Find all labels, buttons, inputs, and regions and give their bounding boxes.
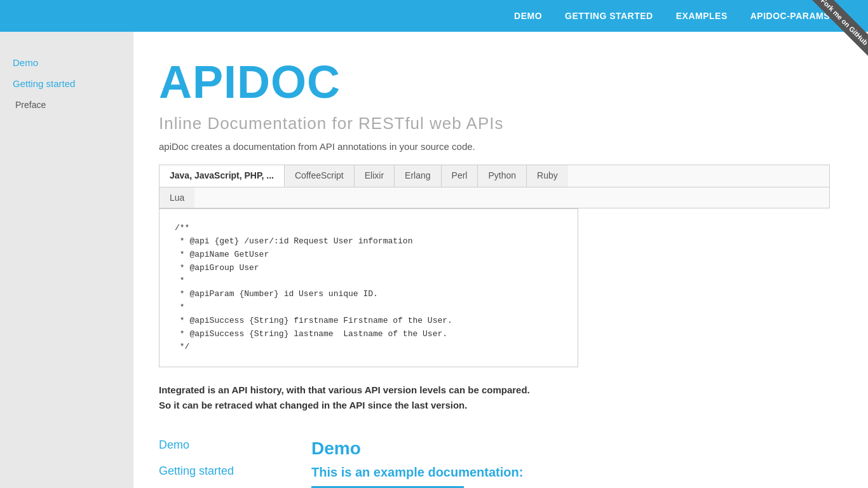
tab-perl[interactable]: Perl [442, 165, 478, 187]
bottom-row: DemoGetting startedPrefaceDemoThis is an… [159, 438, 830, 488]
tab-java--javascript--php-----[interactable]: Java, JavaScript, PHP, ... [159, 165, 285, 187]
nav-item-getting-started[interactable]: GETTING STARTED [565, 11, 653, 21]
nav-item-demo[interactable]: DEMO [514, 11, 542, 21]
tab-ruby[interactable]: Ruby [527, 165, 568, 187]
description: apiDoc creates a documentation from API … [159, 141, 830, 152]
tabs-row1: Java, JavaScript, PHP, ...CoffeeScriptEl… [159, 165, 830, 187]
left-demo-col: DemoGetting startedPreface [159, 438, 286, 488]
tabs-row2: Lua [159, 187, 830, 208]
sidebar-sub-preface: Preface [13, 100, 46, 110]
main-title: APIDOC [159, 57, 830, 107]
subtitle: Inline Documentation for RESTful web API… [159, 114, 830, 133]
integrated-line2: So it can be retraced what changed in th… [159, 400, 467, 410]
tab-lua[interactable]: Lua [159, 187, 194, 208]
tab-elixir[interactable]: Elixir [355, 165, 395, 187]
navbar: DEMOGETTING STARTEDEXAMPLESAPIDOC-PARAMS [0, 0, 868, 32]
code-block: /** * @api {get} /user/:id Request User … [159, 208, 578, 367]
right-demo-col: DemoThis is an example documentation: [311, 438, 830, 488]
integrated-line1: Integrated is an API history, with that … [159, 384, 530, 395]
nav-item-examples[interactable]: EXAMPLES [676, 11, 728, 21]
tab-python[interactable]: Python [478, 165, 527, 187]
demo-section-title: Demo [311, 438, 830, 459]
sidebar: DemoGetting startedPreface [0, 32, 133, 488]
integrated-text: Integrated is an API history, with that … [159, 383, 566, 413]
tab-coffeescript[interactable]: CoffeeScript [285, 165, 355, 187]
demo-section-subtitle: This is an example documentation: [311, 465, 830, 480]
nav-item-apidoc-params[interactable]: APIDOC-PARAMS [750, 11, 830, 21]
sidebar-link-getting-started[interactable]: Getting started [13, 78, 121, 89]
main-content: APIDOC Inline Documentation for RESTful … [133, 32, 868, 488]
tab-erlang[interactable]: Erlang [395, 165, 441, 187]
demo-sidebar-link[interactable]: Demo [159, 438, 286, 452]
page-wrapper: DemoGetting startedPreface APIDOC Inline… [0, 32, 868, 488]
sidebar-link-demo[interactable]: Demo [13, 57, 121, 68]
getting-started-sidebar-link[interactable]: Getting started [159, 464, 286, 478]
